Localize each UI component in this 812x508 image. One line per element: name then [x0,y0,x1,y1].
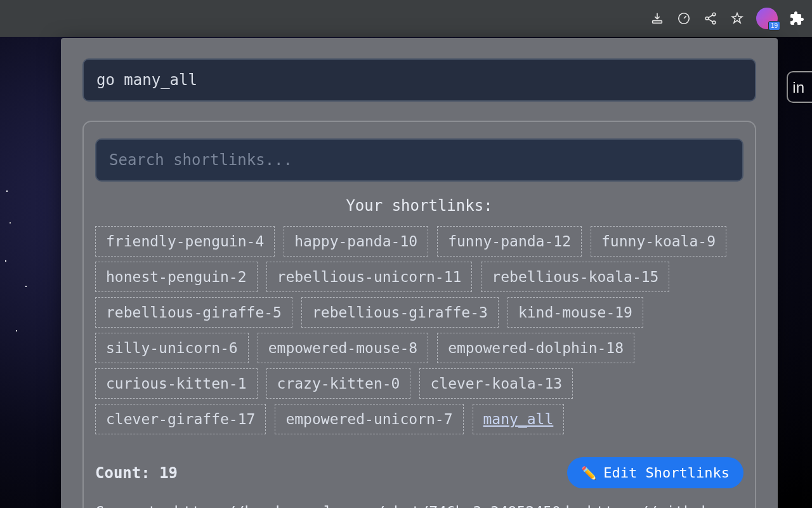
shortlink-chip[interactable]: funny-panda-12 [437,226,582,257]
current-urls-label: Current: https://bard.google.com/chat/74… [95,504,743,508]
shortlink-chip[interactable]: honest-penguin-2 [95,262,258,292]
search-shortlinks-input[interactable] [95,138,743,182]
shortlink-chip[interactable]: empowered-dolphin-18 [437,333,634,363]
share-icon[interactable] [703,11,718,26]
browser-toolbar: 19 [0,0,812,37]
shortlink-chip[interactable]: crazy-kitten-0 [266,368,411,399]
pencil-icon: ✏️ [581,465,597,481]
shortlink-chip[interactable]: clever-koala-13 [419,368,573,399]
shortlink-chip[interactable]: rebellious-giraffe-3 [301,297,499,328]
shortlink-chip[interactable]: clever-giraffe-17 [95,404,266,434]
shortlink-chip[interactable]: curious-kitten-1 [95,368,258,399]
shortlink-chip[interactable]: kind-mouse-19 [508,297,643,328]
speedometer-icon[interactable] [676,11,691,26]
behind-box [787,71,812,103]
edit-button-label: Edit Shortlinks [603,465,730,481]
shortlink-chip[interactable]: many_all [473,404,565,434]
shortlink-chip[interactable]: rebellious-giraffe-5 [95,297,292,328]
shortlink-chip[interactable]: empowered-unicorn-7 [275,404,463,434]
extension-popup: Your shortlinks: friendly-penguin-4happy… [61,38,778,508]
extensions-icon[interactable] [789,11,804,26]
install-icon[interactable] [650,11,665,26]
shortlink-chip[interactable]: empowered-mouse-8 [258,333,428,363]
shortlink-chip[interactable]: funny-koala-9 [591,226,726,257]
section-title: Your shortlinks: [95,197,743,215]
shortlinks-panel: Your shortlinks: friendly-penguin-4happy… [82,121,756,508]
shortlinks-list: friendly-penguin-4happy-panda-10funny-pa… [95,226,743,434]
shortlink-chip[interactable]: happy-panda-10 [284,226,428,257]
profile-avatar[interactable]: 19 [756,8,778,29]
edit-shortlinks-button[interactable]: ✏️ Edit Shortlinks [567,457,743,488]
shortlink-chip[interactable]: rebellious-koala-15 [481,262,669,292]
go-input[interactable] [82,58,756,102]
svg-rect-0 [653,21,662,23]
count-label: Count: 19 [95,464,178,482]
avatar-badge: 19 [768,21,780,30]
shortlink-chip[interactable]: rebellious-unicorn-11 [266,262,473,292]
star-icon[interactable] [730,11,745,26]
shortlink-chip[interactable]: friendly-penguin-4 [95,226,275,257]
shortlink-chip[interactable]: silly-unicorn-6 [95,333,249,363]
